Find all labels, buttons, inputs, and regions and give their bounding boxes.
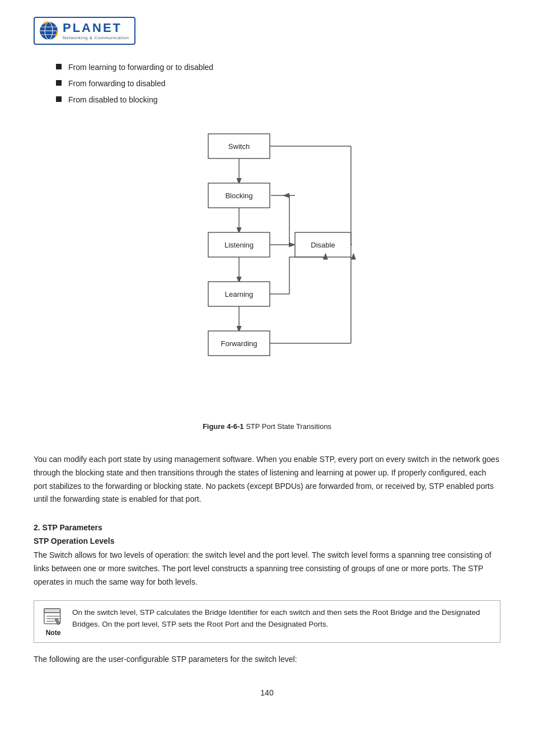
list-item: From disabled to blocking xyxy=(56,94,500,106)
following-text: The following are the user-configurable … xyxy=(34,653,500,666)
blocking-label: Blocking xyxy=(225,192,252,200)
bullet-list: From learning to forwarding or to disabl… xyxy=(34,62,500,106)
learning-label: Learning xyxy=(225,290,254,298)
note-label: Note xyxy=(46,629,61,637)
diagram-svg-wrapper: Switch Blocking Listening Disable Learni… xyxy=(161,123,373,416)
figure-caption: Figure 4-6-1 STP Port State Transitions xyxy=(203,422,331,431)
sub-heading: STP Operation Levels xyxy=(34,536,500,545)
body-paragraph: You can modify each port state by using … xyxy=(34,453,500,506)
logo-text: PLANET Networking & Communication xyxy=(63,21,129,40)
bullet-icon xyxy=(56,96,62,102)
svg-rect-8 xyxy=(44,608,60,612)
disable-label: Disable xyxy=(311,241,335,249)
forwarding-label: Forwarding xyxy=(221,339,257,348)
listening-label: Listening xyxy=(224,241,254,249)
section-heading: 2. STP Parameters xyxy=(34,523,500,532)
list-item: From forwarding to disabled xyxy=(56,78,500,90)
note-icon xyxy=(42,608,64,628)
note-text: On the switch level, STP calculates the … xyxy=(72,606,492,631)
bullet-icon xyxy=(56,80,62,86)
line-disable-to-blocking xyxy=(289,195,295,245)
logo-globe-icon xyxy=(38,20,59,41)
switch-label: Switch xyxy=(228,142,250,151)
note-icon-area: Note xyxy=(42,606,64,637)
logo-box: PLANET Networking & Communication xyxy=(34,17,135,45)
stp-state-diagram: Switch Blocking Listening Disable Learni… xyxy=(161,123,373,414)
note-box: Note On the switch level, STP calculates… xyxy=(34,600,500,643)
diagram-area: Switch Blocking Listening Disable Learni… xyxy=(34,123,500,444)
list-item: From learning to forwarding or to disabl… xyxy=(56,62,500,73)
page-number: 140 xyxy=(34,688,500,697)
sub-paragraph: The Switch allows for two levels of oper… xyxy=(34,549,500,589)
bullet-icon xyxy=(56,64,62,69)
logo-area: PLANET Networking & Communication xyxy=(34,17,500,45)
